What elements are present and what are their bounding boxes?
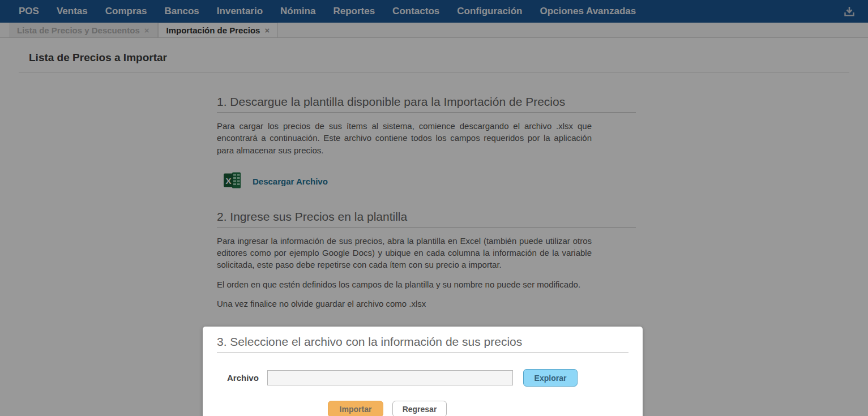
card-actions-row: Importar Regresar bbox=[328, 401, 628, 416]
import-button[interactable]: Importar bbox=[328, 401, 383, 416]
file-select-row: Archivo Explorar bbox=[227, 369, 628, 387]
back-button[interactable]: Regresar bbox=[392, 401, 447, 416]
file-field-label: Archivo bbox=[227, 373, 262, 383]
browse-button[interactable]: Explorar bbox=[523, 369, 578, 387]
file-path-input[interactable] bbox=[267, 370, 513, 385]
step3-card: 3. Seleccione el archivo con la informac… bbox=[203, 327, 643, 416]
step3-heading: 3. Seleccione el archivo con la informac… bbox=[217, 335, 628, 353]
